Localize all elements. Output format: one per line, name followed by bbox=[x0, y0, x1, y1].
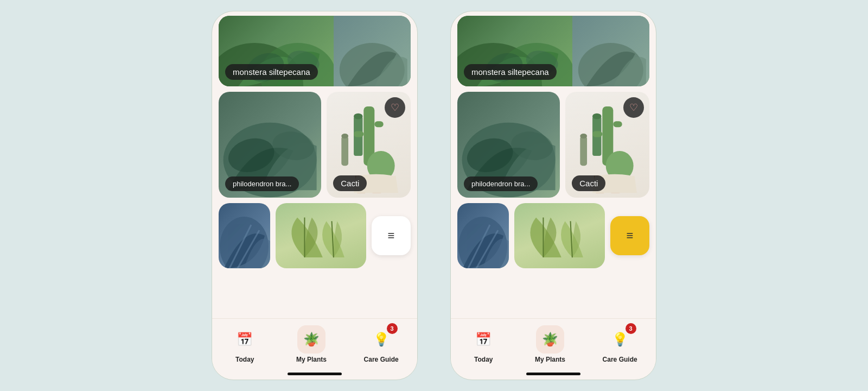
tab-myplants-icon-wrapper-left: 🪴 bbox=[297, 325, 326, 354]
tab-myplants-label-left: My Plants bbox=[296, 356, 327, 363]
svg-rect-36 bbox=[580, 136, 588, 166]
philodendron-card-left[interactable]: philodendron bra... bbox=[219, 92, 321, 198]
dracaena-card-right[interactable] bbox=[457, 203, 509, 268]
svg-point-9 bbox=[354, 113, 362, 119]
tropical-art-right bbox=[514, 203, 605, 268]
tab-bar-left: 📅 Today 🪴 My Plants 💡 3 Care Guide bbox=[212, 318, 417, 373]
cacti-card-left[interactable]: ♡ Cacti bbox=[327, 92, 411, 198]
tab-today-icon-wrapper-right: 📅 bbox=[469, 325, 497, 354]
lightbulb-icon-right: 💡 bbox=[612, 332, 628, 347]
phone-right: monstera siltepecana philodendron bra... bbox=[450, 11, 656, 380]
philodendron-label-right: philodendron bra... bbox=[464, 176, 538, 191]
svg-rect-14 bbox=[342, 136, 349, 166]
calendar-icon-left: 📅 bbox=[237, 332, 253, 347]
heart-icon-left: ♡ bbox=[391, 103, 399, 112]
tab-careguide-left[interactable]: 💡 3 Care Guide bbox=[364, 325, 399, 363]
tab-myplants-right[interactable]: 🪴 My Plants bbox=[535, 325, 565, 363]
tab-careguide-label-right: Care Guide bbox=[603, 356, 637, 363]
scroll-content-right: monstera siltepecana philodendron bra... bbox=[451, 11, 656, 318]
heart-icon-right: ♡ bbox=[629, 103, 638, 112]
mid-row-right: philodendron bra... bbox=[457, 92, 649, 198]
tab-today-label-right: Today bbox=[474, 356, 493, 363]
bottom-row-right: ≡ bbox=[457, 203, 649, 268]
monstera-art2-right bbox=[572, 16, 649, 86]
cacti-label-right: Cacti bbox=[572, 175, 605, 191]
philodendron-card-right[interactable]: philodendron bra... bbox=[457, 92, 560, 198]
lightbulb-icon-left: 💡 bbox=[373, 332, 390, 347]
tab-myplants-left[interactable]: 🪴 My Plants bbox=[296, 325, 327, 363]
monstera-label-left: monstera siltepecana bbox=[225, 64, 318, 80]
tropical-card-right[interactable] bbox=[514, 203, 605, 268]
filter-icon-right: ≡ bbox=[627, 230, 634, 242]
home-indicator-right bbox=[526, 373, 580, 375]
monstera-card-left[interactable]: monstera siltepecana bbox=[219, 16, 411, 86]
filter-btn-left[interactable]: ≡ bbox=[372, 216, 411, 255]
dracaena-art-right bbox=[457, 203, 509, 268]
care-guide-badge-right: 3 bbox=[626, 323, 636, 334]
tropical-card-left[interactable] bbox=[276, 203, 366, 268]
filter-btn-right[interactable]: ≡ bbox=[610, 216, 649, 255]
tab-careguide-right[interactable]: 💡 3 Care Guide bbox=[603, 325, 637, 363]
tab-today-right[interactable]: 📅 Today bbox=[469, 325, 497, 363]
home-indicator-left bbox=[288, 373, 342, 375]
monstera-art2-left bbox=[334, 16, 411, 86]
plant-icon-left: 🪴 bbox=[303, 332, 320, 347]
svg-rect-12 bbox=[354, 131, 363, 137]
cacti-heart-btn-left[interactable]: ♡ bbox=[385, 97, 405, 118]
philodendron-label-left: philodendron bra... bbox=[225, 176, 299, 191]
tab-careguide-icon-wrapper-right: 💡 3 bbox=[606, 325, 634, 354]
monstera-card-right[interactable]: monstera siltepecana bbox=[457, 16, 649, 86]
scroll-content-left: monstera siltepecana philodendron bra... bbox=[212, 11, 417, 318]
filter-icon-left: ≡ bbox=[388, 230, 395, 242]
tab-today-label-left: Today bbox=[235, 356, 254, 363]
bottom-row-left: ≡ bbox=[219, 203, 411, 268]
svg-rect-11 bbox=[375, 121, 384, 127]
monstera-label-right: monstera siltepecana bbox=[464, 64, 557, 80]
care-guide-badge-left: 3 bbox=[387, 323, 398, 334]
svg-point-15 bbox=[342, 134, 349, 138]
svg-point-37 bbox=[580, 134, 588, 138]
mid-row-left: philodendron bra... bbox=[219, 92, 411, 198]
tropical-art-left bbox=[276, 203, 366, 268]
svg-point-31 bbox=[592, 113, 601, 119]
cacti-card-right[interactable]: ♡ Cacti bbox=[565, 92, 649, 198]
cacti-heart-btn-right[interactable]: ♡ bbox=[623, 97, 644, 118]
tab-myplants-label-right: My Plants bbox=[535, 356, 565, 363]
cacti-label-left: Cacti bbox=[333, 175, 367, 191]
dracaena-card-left[interactable] bbox=[219, 203, 270, 268]
phone-left: monstera siltepecana philodendron bra... bbox=[212, 11, 418, 380]
dracaena-art-left bbox=[219, 203, 270, 268]
tab-careguide-label-left: Care Guide bbox=[364, 356, 399, 363]
tab-myplants-icon-wrapper-right: 🪴 bbox=[536, 325, 564, 354]
tab-today-icon-wrapper-left: 📅 bbox=[231, 325, 259, 354]
calendar-icon-right: 📅 bbox=[475, 332, 492, 347]
tab-careguide-icon-wrapper-left: 💡 3 bbox=[367, 325, 395, 354]
tab-bar-right: 📅 Today 🪴 My Plants 💡 3 Care Guide bbox=[451, 318, 656, 373]
plant-icon-right: 🪴 bbox=[542, 332, 558, 347]
svg-rect-33 bbox=[614, 121, 622, 127]
svg-rect-34 bbox=[592, 131, 602, 137]
tab-today-left[interactable]: 📅 Today bbox=[231, 325, 259, 363]
